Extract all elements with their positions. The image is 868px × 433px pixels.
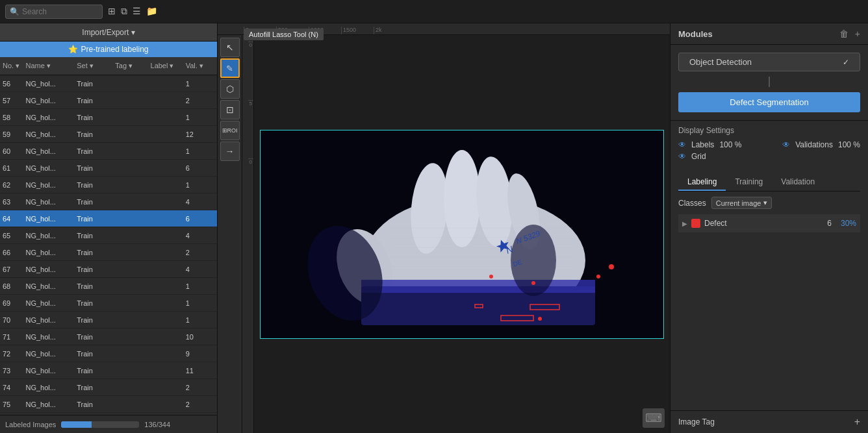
table-row[interactable]: 71 NG_hol... Train 10 bbox=[0, 328, 217, 345]
cell-name: NG_hol... bbox=[25, 333, 77, 341]
pretrained-bar[interactable]: ⭐ Pre-trained labeling bbox=[0, 42, 217, 57]
svg-rect-8 bbox=[361, 280, 595, 293]
col-header-label[interactable]: Label ▾ bbox=[151, 62, 186, 70]
filter-icon[interactable]: ⧉ bbox=[121, 6, 127, 17]
table-row[interactable]: 65 NG_hol... Train 4 bbox=[0, 227, 217, 244]
cell-set: Train bbox=[77, 114, 115, 121]
table-row[interactable]: 75 NG_hol... Train 2 bbox=[0, 396, 217, 413]
modules-icons: 🗑 + bbox=[839, 29, 860, 39]
add-tag-icon[interactable]: + bbox=[854, 416, 860, 428]
cell-val: 4 bbox=[186, 232, 214, 240]
table-row[interactable]: 58 NG_hol... Train 1 bbox=[0, 109, 217, 126]
modules-title: Modules bbox=[678, 29, 713, 39]
eye-icon-labels[interactable]: 👁 bbox=[678, 140, 686, 149]
import-export-button[interactable]: Import/Export ▾ bbox=[82, 28, 134, 37]
cell-no: 66 bbox=[3, 249, 25, 256]
polygon-tool[interactable]: ⬡ bbox=[220, 79, 240, 99]
import-export-bar[interactable]: Import/Export ▾ bbox=[0, 23, 217, 42]
table-row[interactable]: 73 NG_hol... Train 11 bbox=[0, 362, 217, 379]
table-row[interactable]: 57 NG_hol... Train 2 bbox=[0, 92, 217, 109]
cell-set: Train bbox=[77, 299, 115, 307]
class-pct: 30% bbox=[841, 219, 856, 228]
eye-icon-grid[interactable]: 👁 bbox=[678, 152, 686, 161]
table-row[interactable]: 62 NG_hol... Train 1 bbox=[0, 177, 217, 193]
plus-icon[interactable]: + bbox=[855, 29, 860, 39]
cell-name: NG_hol... bbox=[25, 282, 77, 290]
tools-panel: ↖ ✎ ⬡ ⊡ ⊞ROI → bbox=[218, 35, 242, 433]
canvas-ruler-area: 0 5 0 bbox=[242, 35, 670, 433]
rect-tool[interactable]: ⊡ bbox=[220, 100, 240, 119]
table-row[interactable]: 63 NG_hol... Train 4 bbox=[0, 193, 217, 210]
classes-filter-dropdown[interactable]: Current image ▾ bbox=[711, 197, 772, 209]
table-row[interactable]: 67 NG_hol... Train 4 bbox=[0, 261, 217, 278]
trash-icon[interactable]: 🗑 bbox=[839, 29, 849, 39]
cell-set: Train bbox=[77, 350, 115, 358]
roi-tool[interactable]: ⊞ROI bbox=[220, 121, 240, 140]
table-row[interactable]: 60 NG_hol... Train 1 bbox=[0, 143, 217, 160]
class-expand-icon[interactable]: ▶ bbox=[682, 220, 687, 227]
defect-segmentation-button[interactable]: Defect Segmentation bbox=[678, 92, 860, 112]
cell-name: NG_hol... bbox=[25, 130, 77, 138]
table-row[interactable]: 56 NG_hol... Train 1 bbox=[0, 75, 217, 92]
tab-labeling[interactable]: Labeling bbox=[678, 174, 726, 191]
cell-no: 75 bbox=[3, 401, 25, 408]
cell-no: 58 bbox=[3, 114, 25, 121]
table-row[interactable]: 59 NG_hol... Train 12 bbox=[0, 126, 217, 143]
table-row[interactable]: 74 NG_hol... Train 2 bbox=[0, 379, 217, 396]
cell-name: NG_hol... bbox=[25, 266, 77, 273]
display-row-grid: 👁 Grid bbox=[678, 152, 860, 161]
canvas-area: N N 5329 DE bbox=[254, 35, 670, 433]
list-icon[interactable]: ☰ bbox=[133, 6, 141, 17]
cell-no: 63 bbox=[3, 198, 25, 206]
arrow-tool[interactable]: → bbox=[220, 142, 240, 161]
table-row[interactable]: 72 NG_hol... Train 9 bbox=[0, 345, 217, 362]
table-row[interactable]: 64 NG_hol... Train 6 bbox=[0, 210, 217, 227]
cell-val: 4 bbox=[186, 198, 214, 206]
pointer-tool[interactable]: ↖ bbox=[220, 38, 240, 57]
folder-icon[interactable]: 📁 bbox=[146, 6, 157, 17]
tab-training[interactable]: Training bbox=[726, 174, 772, 191]
col-header-tag[interactable]: Tag ▾ bbox=[115, 62, 150, 70]
col-header-val[interactable]: Val. ▾ bbox=[186, 62, 214, 70]
top-bar: 🔍 ⊞ ⧉ ☰ 📁 bbox=[0, 0, 868, 23]
cell-val: 1 bbox=[186, 147, 214, 155]
cell-name: NG_hol... bbox=[25, 232, 77, 240]
pretrained-icon: ⭐ bbox=[68, 45, 78, 54]
cell-set: Train bbox=[77, 232, 115, 240]
validations-label: Validations bbox=[795, 140, 833, 149]
cell-name: NG_hol... bbox=[25, 164, 77, 172]
object-detection-button[interactable]: Object Detection ✓ bbox=[678, 53, 860, 71]
search-box[interactable]: 🔍 bbox=[5, 5, 103, 19]
main-layout: Import/Export ▾ ⭐ Pre-trained labeling N… bbox=[0, 23, 868, 433]
lasso-tool[interactable]: ✎ bbox=[220, 58, 240, 78]
keyboard-icon[interactable]: ⌨ bbox=[643, 408, 665, 428]
table-row[interactable]: 69 NG_hol... Train 1 bbox=[0, 295, 217, 312]
tab-validation[interactable]: Validation bbox=[772, 174, 824, 191]
svg-point-26 bbox=[489, 275, 493, 278]
table-row[interactable]: 61 NG_hol... Train 6 bbox=[0, 160, 217, 177]
cell-no: 73 bbox=[3, 367, 25, 375]
cell-name: NG_hol... bbox=[25, 249, 77, 256]
col-header-name[interactable]: Name ▾ bbox=[25, 62, 77, 70]
cell-name: NG_hol... bbox=[25, 316, 77, 324]
table-row[interactable]: 66 NG_hol... Train 2 bbox=[0, 244, 217, 261]
display-row-labels: 👁 Labels 100 % 👁 Validations 100 % bbox=[678, 140, 860, 149]
cell-val: 1 bbox=[186, 316, 214, 324]
image-tag-section: Image Tag + bbox=[670, 410, 868, 433]
class-row-defect[interactable]: ▶ Defect 6 30% bbox=[678, 214, 860, 232]
labels-label: Labels bbox=[691, 140, 714, 149]
tabs-row: Labeling Training Validation bbox=[678, 174, 860, 192]
cell-no: 56 bbox=[3, 80, 25, 88]
search-input[interactable] bbox=[22, 7, 100, 16]
grid-icon[interactable]: ⊞ bbox=[108, 6, 116, 17]
cell-no: 62 bbox=[3, 181, 25, 189]
eye-icon-validations[interactable]: 👁 bbox=[782, 140, 790, 149]
table-row[interactable]: 68 NG_hol... Train 1 bbox=[0, 278, 217, 295]
table-row[interactable]: 70 NG_hol... Train 1 bbox=[0, 312, 217, 328]
col-header-set[interactable]: Set ▾ bbox=[77, 62, 115, 70]
cell-set: Train bbox=[77, 164, 115, 172]
col-header-no[interactable]: No. ▾ bbox=[3, 62, 25, 70]
cell-no: 64 bbox=[3, 215, 25, 223]
cell-set: Train bbox=[77, 401, 115, 408]
cell-val: 2 bbox=[186, 401, 214, 408]
